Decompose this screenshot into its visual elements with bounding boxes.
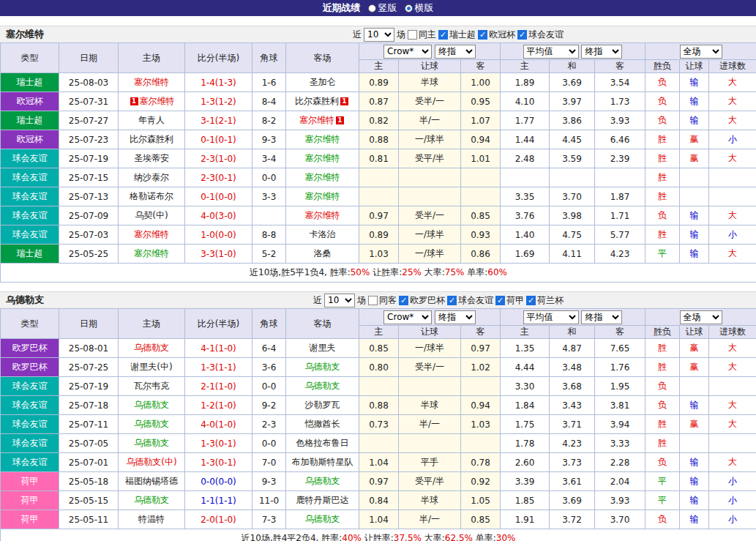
- subcol-result-handicap: 让球: [680, 60, 709, 73]
- recent-count-select[interactable]: 10: [364, 28, 394, 42]
- odds-source-select[interactable]: Crow*: [383, 45, 432, 59]
- odds-stage-select[interactable]: 终指: [435, 45, 476, 59]
- avg-away-cell: 3.70: [595, 510, 645, 529]
- league-filter-0[interactable]: 欧罗巴杯: [399, 294, 445, 307]
- away-team: 塞尔维特: [286, 149, 359, 168]
- radio-unchecked-icon[interactable]: [368, 4, 376, 12]
- same-venue-filter[interactable]: 同主: [408, 29, 436, 41]
- radio-checked-icon[interactable]: [405, 4, 413, 12]
- odds-handicap-cell: [399, 168, 461, 187]
- result-wdl-cell: 平: [645, 472, 680, 491]
- checkbox-checked-icon[interactable]: [478, 30, 487, 40]
- checkbox-checked-icon[interactable]: [495, 296, 505, 305]
- avg-away-cell: 2.04: [595, 472, 645, 491]
- checkbox-unchecked-icon[interactable]: [408, 30, 417, 40]
- checkbox-checked-icon[interactable]: [438, 30, 448, 40]
- away-team: 比尔森胜利1: [286, 92, 359, 111]
- avg-stage-select[interactable]: 终指: [581, 310, 622, 324]
- home-team: 乌德勒支: [119, 491, 185, 510]
- checkbox-checked-icon[interactable]: [526, 296, 536, 305]
- fulltime-select[interactable]: 全场: [680, 45, 722, 59]
- league-filter-2[interactable]: 球会友谊: [517, 29, 564, 41]
- avg-draw-cell: 3.73: [550, 453, 595, 472]
- odds-away-cell: [461, 168, 501, 187]
- odds-home-cell: 0.80: [359, 358, 399, 377]
- score-cell: 1-0(0-0): [185, 225, 252, 245]
- match-row: 欧冠杯25-07-23比尔森胜利0-1(0-1)9-3塞尔维特0.88一/球半0…: [1, 130, 756, 149]
- fulltime-select-group: 全场: [645, 43, 756, 60]
- fulltime-select[interactable]: 全场: [680, 310, 722, 324]
- league-filter-0[interactable]: 瑞士超: [438, 29, 476, 41]
- competition-badge: 瑞士超: [1, 73, 59, 92]
- league-filter-2[interactable]: 荷甲: [495, 294, 524, 307]
- avg-away-cell: 3.54: [595, 73, 645, 92]
- league-filter-1[interactable]: 欧冠杯: [478, 29, 515, 41]
- recent-count-select[interactable]: 10: [324, 294, 355, 307]
- away-team: 谢里夫: [286, 339, 359, 358]
- avg-source-select[interactable]: 平均值: [523, 45, 579, 59]
- result-handicap-cell: [680, 187, 709, 206]
- match-row: 球会友谊25-07-13格勒诺布尔0-1(0-0)3-3塞尔维特3.353.70…: [1, 187, 756, 206]
- recent-results-page: 近期战绩 竖版 横版 塞尔维特 近 10 场 同主 瑞士超: [0, 0, 756, 541]
- checkbox-checked-icon[interactable]: [447, 296, 457, 305]
- vertical-layout-radio[interactable]: 竖版: [368, 1, 397, 15]
- match-row: 球会友谊25-07-18乌德勒支1-2(1-0)9-2沙勒罗瓦0.88半球0.9…: [1, 396, 756, 415]
- odds-source-select[interactable]: Crow*: [383, 310, 432, 324]
- result-handicap-cell: 输: [680, 111, 709, 130]
- subcol-avg-home: 主: [501, 326, 550, 339]
- horizontal-layout-radio[interactable]: 横版: [405, 1, 434, 15]
- away-team: 色格拉布鲁日: [286, 434, 359, 453]
- result-wdl-cell: 负: [645, 111, 680, 130]
- away-team: 乌德勒支: [286, 358, 359, 377]
- home-team: 特温特: [119, 510, 185, 529]
- result-goals-cell: 小: [709, 510, 756, 529]
- competition-badge: 球会友谊: [1, 415, 59, 434]
- score-cell: 1-3(0-1): [185, 434, 252, 453]
- team-name: 乌德勒支: [6, 294, 44, 307]
- checkbox-unchecked-icon[interactable]: [368, 296, 378, 305]
- avg-home-cell: 1.84: [501, 396, 550, 415]
- odds-stage-select[interactable]: 终指: [435, 310, 476, 324]
- result-wdl-cell: 负: [645, 510, 680, 529]
- avg-home-cell: 4.10: [501, 92, 550, 111]
- competition-badge: 荷甲: [1, 491, 59, 510]
- page-header: 近期战绩 竖版 横版: [0, 0, 756, 16]
- odds-handicap-cell: 一/球半: [399, 339, 461, 358]
- corner-cell: 11-0: [252, 491, 286, 510]
- result-goals-cell: 小: [709, 472, 756, 491]
- league-filter-label: 球会友谊: [528, 29, 564, 41]
- avg-home-cell: 3.35: [501, 187, 550, 206]
- odds-home-cell: [359, 187, 399, 206]
- avg-home-cell: 1.78: [501, 434, 550, 453]
- odds-handicap-cell: 平手: [399, 453, 461, 472]
- away-team: 圣加仑: [286, 73, 359, 92]
- home-team: 塞尔维特: [119, 73, 185, 92]
- corner-cell: 5-2: [252, 245, 286, 264]
- checkbox-checked-icon[interactable]: [399, 296, 408, 305]
- avg-stage-select[interactable]: 终指: [581, 45, 622, 59]
- league-filter-3[interactable]: 荷兰杯: [526, 294, 564, 307]
- odds-home-cell: 0.89: [359, 73, 399, 92]
- subcol-odds-away: 客: [461, 60, 501, 73]
- odds-handicap-cell: 半/一: [399, 111, 461, 130]
- home-team: 乌德勒支: [119, 339, 185, 358]
- result-wdl-cell: 负: [645, 377, 680, 396]
- avg-away-cell: 1.73: [595, 92, 645, 111]
- col-corner: 角球: [252, 43, 286, 73]
- result-goals-cell: 大: [709, 453, 756, 472]
- avg-source-select[interactable]: 平均值: [523, 310, 579, 324]
- avg-home-cell: 2.48: [501, 149, 550, 168]
- subcol-avg-home: 主: [501, 60, 550, 73]
- odds-home-cell: 0.81: [359, 149, 399, 168]
- col-away: 客场: [286, 43, 359, 73]
- competition-badge: 欧冠杯: [1, 92, 59, 111]
- avg-home-cell: 1.40: [501, 225, 550, 245]
- same-venue-filter[interactable]: 同客: [368, 294, 397, 307]
- result-handicap-cell: 赢: [680, 339, 709, 358]
- avg-home-cell: 1.77: [501, 111, 550, 130]
- result-wdl-cell: 胜: [645, 130, 680, 149]
- league-filter-1[interactable]: 球会友谊: [447, 294, 493, 307]
- corner-cell: 3-3: [252, 187, 286, 206]
- checkbox-checked-icon[interactable]: [517, 30, 527, 40]
- avg-away-cell: 5.77: [595, 225, 645, 245]
